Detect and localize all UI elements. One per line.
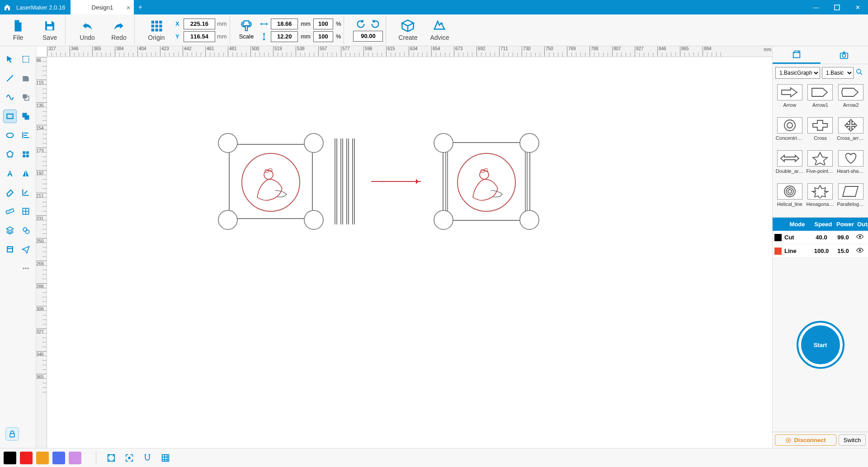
polygon-tool[interactable] [3,148,17,161]
shape-Hexagonal_...[interactable]: Hexagonal_... [806,183,835,214]
shape-Cross[interactable]: Cross [806,117,835,148]
red-arrow-icon [371,181,421,182]
zoom-selection-icon[interactable] [123,451,136,465]
svg-point-26 [25,230,29,234]
col-output: Output [855,218,868,231]
trace-tool[interactable] [19,224,33,237]
shape-Concentric_...[interactable]: Concentric_... [775,117,804,148]
height-pct-input[interactable] [313,31,333,42]
measure-tool[interactable] [3,205,17,218]
shape-Five-pointe...[interactable]: Five-pointe... [806,150,835,181]
fill-tool[interactable] [19,71,33,85]
right-panel: 1.BasicGraph 1.Basic ArrowArrow1Arrow2Co… [772,46,868,448]
minimize-button[interactable]: — [806,0,826,14]
shape-Helical_line[interactable]: Helical_line [775,183,804,214]
canvas[interactable] [47,57,772,448]
shape-Heart-shaped[interactable]: Heart-shaped [836,150,865,181]
shape-Arrow2[interactable]: Arrow2 [836,84,865,115]
shape-Arrow1[interactable]: Arrow1 [806,84,835,115]
rect-tool[interactable] [3,110,17,123]
marquee-tool[interactable] [19,52,33,66]
col-mode: Mode [783,218,812,231]
maximize-button[interactable] [826,0,847,14]
svg-point-42 [786,188,793,195]
add-tab-button[interactable]: + [134,0,146,14]
shape-Arrow[interactable]: Arrow [775,84,804,115]
ellipse-tool[interactable] [3,129,17,142]
home-icon[interactable] [0,0,14,14]
close-tab-icon[interactable]: × [127,4,131,11]
scale-button[interactable]: Scale [239,20,254,40]
disconnect-button[interactable]: Disconnect [775,434,836,446]
select-tool[interactable] [3,52,17,66]
line-tool[interactable] [3,71,17,85]
svg-rect-5 [159,21,162,24]
color-swatch[interactable] [4,452,16,464]
artwork [219,134,571,229]
file-button[interactable]: File [5,19,31,41]
duplicate-tool[interactable] [19,91,33,104]
edit-path-tool[interactable] [19,186,33,199]
shape-Parallelogram[interactable]: Parallelogram [836,183,865,214]
shape-Cross_arrow[interactable]: Cross_arrow [836,117,865,148]
tab-label: Design1 [92,4,113,11]
snap-icon[interactable] [141,451,154,465]
close-button[interactable]: ✕ [847,0,868,14]
array-tool[interactable] [19,205,33,218]
rotate-cw-icon[interactable] [370,19,380,29]
rotate-input[interactable] [353,31,383,42]
color-swatch[interactable] [52,452,65,464]
search-icon[interactable] [855,68,865,78]
curve-tool[interactable] [3,91,17,104]
text-tool[interactable] [3,167,17,180]
tab-camera[interactable] [821,46,868,64]
svg-rect-49 [162,454,169,461]
advice-button[interactable]: Advice [427,19,452,41]
save-button[interactable]: Save [37,19,62,41]
shape-category-row: 1.BasicGraph 1.Basic [773,64,868,81]
fit-view-icon[interactable] [104,451,118,465]
color-swatch[interactable] [36,452,49,464]
send-tool[interactable] [19,243,33,256]
eye-icon[interactable] [856,234,864,240]
mirror-tool[interactable] [19,167,33,180]
undo-button[interactable]: Undo [75,19,100,41]
create-button[interactable]: Create [395,19,420,41]
svg-rect-23 [6,209,14,214]
y-input[interactable] [184,31,215,42]
svg-rect-10 [156,29,158,31]
category-2-select[interactable]: 1.Basic [822,67,854,79]
align-left-tool[interactable] [19,129,33,142]
title-bar: LaserMaker 2.0.16 Design1 × + — ✕ [0,0,868,14]
start-button[interactable]: Start [798,323,843,367]
redo-button[interactable]: Redo [106,19,132,41]
color-swatch[interactable] [69,452,81,464]
svg-rect-11 [159,29,162,31]
switch-button[interactable]: Switch [839,434,866,446]
layers-tool[interactable] [3,224,17,237]
svg-point-37 [843,54,846,57]
crop-tool[interactable] [3,243,17,256]
grid-icon[interactable] [159,451,172,465]
width-pct-input[interactable] [313,19,333,29]
layer-row[interactable]: Line100.015.0 [773,244,868,258]
distribute-tool[interactable] [19,262,33,275]
svg-rect-27 [7,247,13,252]
layer-row[interactable]: Cut40.099.0 [773,231,868,244]
grid-tool[interactable] [19,148,33,161]
tab-design1[interactable]: Design1 × [71,0,134,14]
lock-button[interactable] [5,427,19,441]
tab-shapes[interactable] [773,46,821,64]
color-swatch[interactable] [20,452,33,464]
origin-button[interactable]: Origin [144,19,169,41]
boolean-tool[interactable] [19,110,33,123]
svg-rect-3 [151,21,154,24]
shape-Double_arrow[interactable]: Double_arrow [775,150,804,181]
eye-icon[interactable] [856,247,864,253]
rotate-ccw-icon[interactable] [356,19,366,29]
width-input[interactable] [271,19,298,29]
x-input[interactable] [184,19,215,29]
height-input[interactable] [271,31,298,42]
category-1-select[interactable]: 1.BasicGraph [775,67,820,79]
eraser-tool[interactable] [3,186,17,199]
